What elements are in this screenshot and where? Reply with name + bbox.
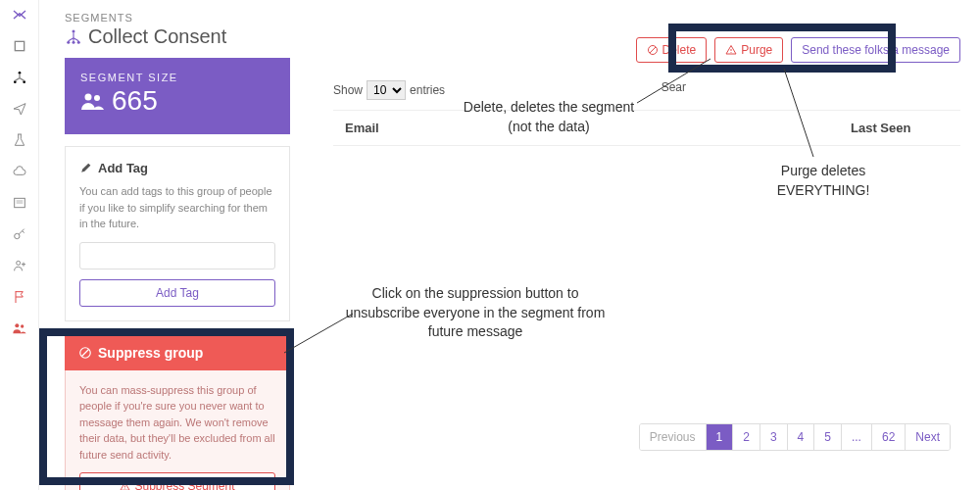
add-tag-input[interactable] [79,242,275,270]
svg-point-20 [94,95,100,101]
svg-point-2 [14,80,17,83]
top-actions: Delete Purge Send these folks a message [636,37,960,63]
search-label: Sear [662,80,686,94]
page-4[interactable]: 4 [788,424,815,450]
svg-point-18 [731,52,732,53]
logo-icon[interactable] [11,6,28,24]
newspaper-icon[interactable] [11,194,28,212]
page-Previous[interactable]: Previous [640,424,707,450]
cancel-icon [647,44,659,56]
suppress-card: Suppress group You can mass-suppress thi… [65,335,290,491]
page-1[interactable]: 1 [707,424,734,450]
nav-rail [0,0,39,490]
page-Next[interactable]: Next [906,424,950,450]
warning-icon [120,481,130,491]
segment-size-card: SEGMENT SIZE 665 [65,58,290,134]
people-icon[interactable] [11,319,28,337]
svg-point-3 [23,80,25,83]
hierarchy-icon [65,28,82,46]
key-icon[interactable] [11,225,28,243]
svg-point-11 [73,29,75,32]
suppress-title: Suppress group [98,345,203,361]
col-email[interactable]: Email [345,121,851,135]
person-add-icon[interactable] [11,257,28,274]
page-2[interactable]: 2 [733,424,760,450]
svg-point-19 [85,94,92,101]
svg-point-8 [16,261,20,265]
flag-icon[interactable] [11,288,28,306]
purge-button[interactable]: Purge [714,37,783,63]
svg-rect-0 [15,41,24,50]
cloud-icon[interactable] [11,163,28,180]
svg-point-1 [18,72,21,74]
table-header: Email Last Seen [333,110,960,146]
cancel-icon [78,346,92,360]
svg-point-9 [15,323,19,327]
svg-point-7 [14,233,19,238]
suppress-desc: You can mass-suppress this group of peop… [79,382,275,464]
pagination: Previous12345...62Next [639,423,951,451]
add-tag-card: Add Tag You can add tags to this group o… [65,146,290,321]
page-3[interactable]: 3 [760,424,788,450]
col-last-seen[interactable]: Last Seen [851,121,949,135]
svg-point-10 [21,324,24,327]
hierarchy-icon[interactable] [11,69,28,86]
svg-point-12 [67,40,70,43]
pencil-icon [79,162,92,174]
breadcrumb: SEGMENTS [65,12,960,24]
suppress-segment-button[interactable]: Suppress Segment [79,472,275,490]
flask-icon[interactable] [11,131,28,149]
delete-button[interactable]: Delete [636,37,708,63]
send-icon[interactable] [11,100,28,118]
page-...[interactable]: ... [842,424,872,450]
people-icon [80,89,104,113]
svg-point-24 [125,488,126,489]
show-entries: Show 10 entries [333,80,960,100]
warning-icon [725,44,737,56]
svg-point-14 [77,40,80,43]
segment-size-count: 665 [112,85,158,117]
add-tag-button[interactable]: Add Tag [79,279,275,307]
entries-select[interactable]: 10 [367,80,406,100]
svg-line-16 [650,47,656,53]
segment-size-label: SEGMENT SIZE [80,72,274,83]
svg-point-13 [73,40,75,43]
send-message-button[interactable]: Send these folks a message [791,37,960,63]
add-tag-desc: You can add tags to this group of people… [79,183,275,232]
svg-line-22 [82,349,89,356]
dashboard-icon[interactable] [11,37,28,55]
page-62[interactable]: 62 [872,424,906,450]
page-5[interactable]: 5 [814,424,842,450]
